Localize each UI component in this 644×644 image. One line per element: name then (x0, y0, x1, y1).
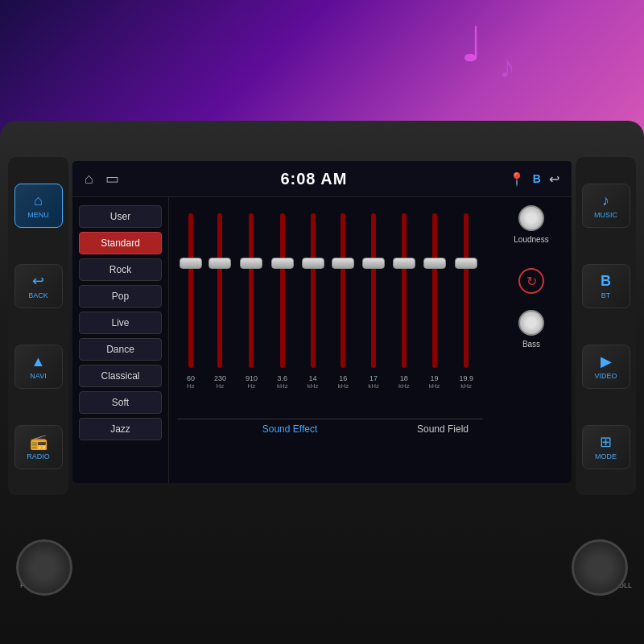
eq-handle-7[interactable] (393, 258, 415, 269)
eq-band-230[interactable]: 230Hz (214, 205, 226, 390)
loudness-control: Loudness (514, 205, 548, 244)
back-header-icon[interactable]: ↩ (549, 171, 559, 187)
bluetooth-icon: B (601, 273, 611, 290)
eq-handle-4[interactable] (302, 258, 324, 269)
mode-icon: ⊞ (600, 433, 612, 451)
loudness-label: Loudness (514, 235, 548, 244)
eq-track-9 (464, 213, 469, 368)
eq-handle-8[interactable] (423, 258, 446, 269)
eq-freq-label-1: 230Hz (214, 374, 226, 390)
eq-handle-5[interactable] (332, 258, 354, 269)
home-icon: ⌂ (34, 192, 43, 209)
eq-track-1 (217, 213, 222, 368)
video-icon: ▶ (601, 353, 612, 370)
screen-header: ⌂ ▭ 6:08 AM 📍 B ↩ (72, 161, 572, 197)
preset-soft[interactable]: Soft (79, 391, 162, 414)
bottom-controls (0, 539, 644, 596)
preset-rock[interactable]: Rock (79, 258, 162, 281)
sidebar-item-menu[interactable]: ⌂ MENU (14, 184, 63, 228)
preset-user[interactable]: User (79, 205, 162, 228)
preset-pop[interactable]: Pop (79, 285, 162, 308)
preset-jazz[interactable]: Jazz (79, 418, 162, 440)
sound-effect-label: Sound Effect (177, 419, 402, 435)
screen-header-icon[interactable]: ▭ (105, 170, 119, 188)
eq-band-19.9[interactable]: 19.9kHz (459, 205, 473, 390)
power-volume-knob[interactable] (16, 539, 72, 596)
eq-freq-label-8: 19kHz (429, 374, 440, 390)
sidebar-item-navi[interactable]: ▲ NAVI (14, 345, 63, 389)
right-control-panel: ♪ MUSIC B BT ▶ VIDEO ⊞ MODE (576, 157, 636, 495)
bass-label: Bass (522, 340, 540, 349)
eq-freq-label-3: 3.6kHz (277, 374, 288, 390)
preset-live[interactable]: Live (79, 312, 162, 334)
bluetooth-header-icon: B (533, 172, 541, 185)
home-header-icon[interactable]: ⌂ (85, 171, 93, 188)
header-left-icons: ⌂ ▭ (85, 170, 119, 188)
eq-freq-label-6: 17kHz (368, 374, 379, 390)
sidebar-item-bt[interactable]: B BT (582, 264, 630, 308)
sound-field-label: Sound Field (402, 419, 483, 435)
main-screen: ⌂ ▭ 6:08 AM 📍 B ↩ User Standard Rock Pop… (72, 161, 572, 483)
bass-knob[interactable] (518, 310, 544, 336)
eq-freq-label-5: 16kHz (337, 374, 349, 390)
sound-controls: Loudness ↻ Bass (491, 197, 572, 483)
menu-label: MENU (27, 211, 49, 219)
back-icon: ↩ (32, 272, 44, 290)
eq-track-4 (311, 213, 316, 368)
eq-band-18[interactable]: 18kHz (398, 205, 410, 390)
eq-freq-label-7: 18kHz (398, 374, 410, 390)
mode-label: MODE (595, 452, 617, 460)
eq-handle-9[interactable] (455, 258, 477, 269)
sidebar-item-mode[interactable]: ⊞ MODE (582, 425, 630, 469)
equalizer-area: 60Hz230Hz910Hz3.6kHz14kHz16kHz17kHz18kHz… (169, 197, 491, 483)
eq-track-2 (249, 213, 254, 368)
eq-band-60[interactable]: 60Hz (187, 205, 195, 390)
eq-track-5 (341, 213, 345, 368)
sidebar-item-back[interactable]: ↩ BACK (14, 264, 63, 308)
eq-track-3 (280, 213, 285, 368)
eq-handle-3[interactable] (271, 258, 294, 269)
clock-display: 6:08 AM (280, 170, 347, 188)
eq-band-19[interactable]: 19kHz (429, 205, 440, 390)
music-note-icon: ♩ (460, 16, 483, 72)
preset-dance[interactable]: Dance (79, 338, 162, 361)
eq-track-7 (402, 213, 407, 368)
loudness-knob[interactable] (518, 205, 544, 231)
navi-icon: ▲ (31, 353, 46, 370)
eq-band-16[interactable]: 16kHz (337, 205, 349, 390)
eq-band-3.6[interactable]: 3.6kHz (277, 205, 288, 390)
sidebar-item-video[interactable]: ▶ VIDEO (582, 345, 630, 389)
eq-band-910[interactable]: 910Hz (246, 205, 258, 390)
eq-handle-1[interactable] (208, 258, 231, 269)
tune-scroll-knob[interactable] (572, 539, 628, 596)
eq-freq-label-9: 19.9kHz (459, 374, 473, 390)
header-right-icons: 📍 B ↩ (509, 171, 559, 187)
left-control-panel: ⌂ MENU ↩ BACK ▲ NAVI 📻 RADIO (8, 157, 68, 495)
bt-label: BT (601, 291, 611, 299)
eq-freq-label-2: 910Hz (246, 374, 258, 390)
reset-button[interactable]: ↻ (518, 268, 544, 294)
preset-classical[interactable]: Classical (79, 365, 162, 387)
music-note-icon-2: ♪ (499, 48, 515, 85)
radio-icon: 📻 (30, 433, 47, 451)
radio-label: RADIO (27, 452, 50, 460)
eq-bars: 60Hz230Hz910Hz3.6kHz14kHz16kHz17kHz18kHz… (177, 205, 483, 415)
music-label: MUSIC (594, 211, 617, 219)
eq-freq-label-4: 14kHz (308, 374, 319, 390)
eq-handle-0[interactable] (180, 258, 202, 269)
screen-content: User Standard Rock Pop Live Dance Classi… (72, 197, 572, 483)
eq-handle-6[interactable] (362, 258, 385, 269)
navi-label: NAVI (30, 372, 46, 380)
eq-handle-2[interactable] (240, 258, 262, 269)
sidebar-item-radio[interactable]: 📻 RADIO (14, 425, 63, 469)
eq-band-14[interactable]: 14kHz (308, 205, 319, 390)
sidebar-item-music[interactable]: ♪ MUSIC (582, 184, 630, 228)
back-label: BACK (28, 291, 48, 299)
preset-standard[interactable]: Standard (79, 232, 162, 254)
eq-track-8 (432, 213, 437, 368)
eq-band-17[interactable]: 17kHz (368, 205, 379, 390)
music-icon: ♪ (602, 192, 609, 209)
bass-control: Bass (518, 310, 544, 349)
preset-list: User Standard Rock Pop Live Dance Classi… (72, 197, 169, 483)
eq-freq-label-0: 60Hz (187, 374, 195, 390)
